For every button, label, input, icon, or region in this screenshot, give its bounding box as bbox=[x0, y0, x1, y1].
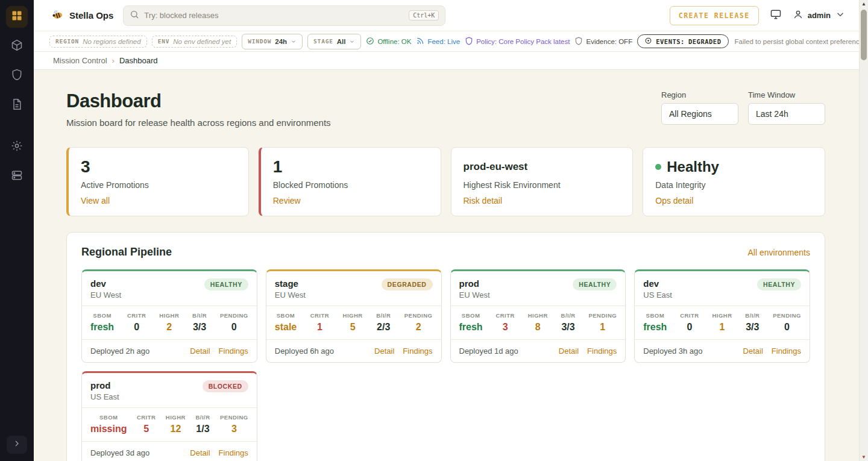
findings-link[interactable]: Findings bbox=[587, 347, 617, 356]
env-title-block: dev US East bbox=[643, 278, 672, 299]
stage-value: All bbox=[337, 38, 346, 45]
scroll-up-arrow-icon[interactable]: ▲ bbox=[860, 1, 868, 7]
context-warning-text: Failed to persist global context prefere… bbox=[735, 38, 868, 45]
metric-value-bir: 3/3 bbox=[745, 322, 760, 333]
regional-pipeline-section: Regional Pipeline All environments dev E… bbox=[66, 232, 825, 461]
metric-label-highr: HIGHR bbox=[712, 312, 732, 319]
metric-value-highr: 5 bbox=[343, 322, 363, 333]
metric-value-bir: 2/3 bbox=[376, 322, 391, 333]
risk-detail-link[interactable]: Risk detail bbox=[464, 196, 503, 205]
env-name: dev bbox=[643, 278, 672, 289]
stat-value-text: Healthy bbox=[667, 157, 719, 177]
metric-value-sbom: fresh bbox=[643, 322, 667, 333]
metric-label-bir: B/I/R bbox=[192, 312, 207, 319]
findings-link[interactable]: Findings bbox=[219, 448, 248, 457]
create-release-button[interactable]: CREATE RELEASE bbox=[670, 6, 759, 25]
stat-value: 3 bbox=[81, 157, 236, 177]
findings-link[interactable]: Findings bbox=[403, 347, 432, 356]
metric-label-critr: CRITR bbox=[137, 414, 156, 421]
metric-value-critr: 0 bbox=[127, 322, 146, 333]
env-name: prod bbox=[459, 278, 490, 289]
window-label: WINDOW bbox=[248, 38, 271, 45]
server-icon bbox=[11, 169, 23, 184]
sidebar-item-releases[interactable] bbox=[6, 36, 28, 57]
window-dropdown[interactable]: WINDOW 24h bbox=[242, 34, 303, 49]
metric-value-pending: 3 bbox=[220, 424, 248, 434]
region-filter-label: Region bbox=[661, 90, 738, 99]
metric-value-pending: 1 bbox=[588, 322, 617, 333]
time-window-select[interactable]: Last 24h bbox=[748, 103, 825, 125]
events-status-pill[interactable]: EVENTS: DEGRADED bbox=[637, 34, 728, 48]
breadcrumb-current: Dashboard bbox=[119, 56, 158, 65]
page-subtitle: Mission board for release health across … bbox=[66, 118, 331, 128]
env-title-block: dev EU West bbox=[90, 278, 121, 299]
detail-link[interactable]: Detail bbox=[190, 448, 210, 457]
status-badge: HEALTHY bbox=[757, 278, 801, 290]
env-metrics: SBOMfresh CRITR0 HIGHR1 B/I/R3/3 PENDING… bbox=[635, 306, 810, 340]
env-context-value: No env defined yet bbox=[173, 38, 231, 45]
scroll-down-arrow-icon[interactable]: ▼ bbox=[860, 454, 868, 460]
env-region: US East bbox=[90, 392, 119, 401]
stage-label: STAGE bbox=[313, 38, 333, 45]
findings-link[interactable]: Findings bbox=[772, 347, 801, 356]
page-scrollbar[interactable]: ▲ ▼ bbox=[859, 0, 868, 461]
metric-value-pending: 2 bbox=[404, 322, 433, 333]
metric-value-critr: 3 bbox=[495, 322, 515, 333]
sidebar-item-settings[interactable] bbox=[6, 136, 28, 158]
display-mode-button[interactable] bbox=[770, 8, 782, 22]
bee-logo-icon bbox=[51, 8, 64, 23]
brand[interactable]: Stella Ops bbox=[51, 8, 113, 23]
ops-detail-link[interactable]: Ops detail bbox=[655, 196, 693, 205]
metric-label-pending: PENDING bbox=[773, 312, 801, 319]
evidence-status: Evidence: OFF bbox=[574, 37, 632, 46]
metric-value-sbom: fresh bbox=[459, 322, 483, 333]
detail-link[interactable]: Detail bbox=[190, 347, 210, 356]
sidebar-item-documents[interactable] bbox=[6, 95, 28, 116]
sidebar bbox=[0, 0, 34, 461]
events-value: DEGRADED bbox=[688, 38, 722, 45]
offline-status: Offline: OK bbox=[366, 37, 411, 46]
region-select[interactable]: All Regions bbox=[661, 103, 738, 125]
main-column: Stella Ops Ctrl+K CREATE RELEASE admin R… bbox=[34, 0, 859, 461]
metric-value-pending: 0 bbox=[220, 322, 248, 333]
metric-label-highr: HIGHR bbox=[343, 312, 363, 319]
sidebar-expand-button[interactable] bbox=[7, 436, 27, 454]
region-context-value: No regions defined bbox=[83, 38, 141, 45]
sidebar-item-dashboard[interactable] bbox=[6, 6, 28, 28]
metric-label-sbom: SBOM bbox=[90, 414, 127, 421]
env-card: dev EU West HEALTHY SBOMfresh CRITR0 HIG… bbox=[81, 269, 257, 363]
metric-label-bir: B/I/R bbox=[745, 312, 760, 319]
stage-dropdown[interactable]: STAGE All bbox=[307, 34, 361, 49]
sidebar-item-security[interactable] bbox=[6, 65, 28, 87]
search-input[interactable] bbox=[144, 11, 404, 20]
env-context-pill[interactable]: ENV No env defined yet bbox=[152, 36, 237, 48]
time-window-filter-label: Time Window bbox=[748, 90, 825, 99]
sidebar-item-infrastructure[interactable] bbox=[6, 166, 28, 187]
rss-icon bbox=[416, 37, 424, 46]
metric-value-critr: 1 bbox=[310, 322, 330, 333]
breadcrumb-parent[interactable]: Mission Control bbox=[53, 56, 107, 65]
scrollbar-thumb[interactable] bbox=[861, 10, 867, 60]
breadcrumb: Mission Control › Dashboard bbox=[34, 52, 859, 70]
detail-link[interactable]: Detail bbox=[743, 347, 763, 356]
env-title-block: prod EU West bbox=[459, 278, 490, 299]
all-environments-link[interactable]: All environments bbox=[748, 248, 811, 257]
metric-value-critr: 5 bbox=[137, 424, 156, 434]
feed-status-text: Feed: Live bbox=[427, 38, 460, 45]
region-context-pill[interactable]: REGION No regions defined bbox=[49, 36, 147, 48]
evidence-shield-icon bbox=[574, 37, 583, 46]
env-metrics: SBOMfresh CRITR0 HIGHR2 B/I/R3/3 PENDING… bbox=[82, 306, 257, 340]
env-card: prod EU West HEALTHY SBOMfresh CRITR3 HI… bbox=[450, 269, 626, 363]
review-link[interactable]: Review bbox=[273, 196, 301, 205]
detail-link[interactable]: Detail bbox=[559, 347, 579, 356]
findings-link[interactable]: Findings bbox=[219, 347, 248, 356]
detail-link[interactable]: Detail bbox=[374, 347, 394, 356]
env-card: prod US East BLOCKED SBOMmissing CRITR5 … bbox=[81, 371, 257, 461]
chevron-down-icon bbox=[349, 36, 355, 47]
metric-label-pending: PENDING bbox=[220, 312, 248, 319]
view-all-link[interactable]: View all bbox=[81, 196, 110, 205]
brand-name: Stella Ops bbox=[69, 10, 113, 20]
user-menu[interactable]: admin bbox=[793, 9, 846, 22]
region-filter: Region All Regions bbox=[661, 90, 738, 125]
stat-card-data-integrity: Healthy Data Integrity Ops detail bbox=[643, 147, 825, 216]
